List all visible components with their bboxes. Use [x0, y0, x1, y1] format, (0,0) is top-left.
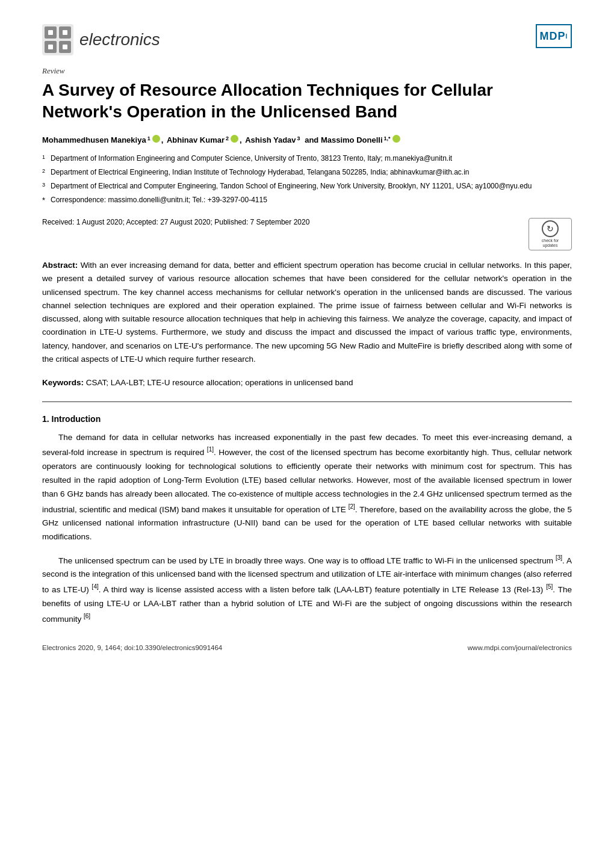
orcid-icon-1 — [152, 135, 160, 143]
check-updates-label: check forupdates — [542, 238, 559, 249]
section1-para2: The unlicensed spectrum can be used by L… — [42, 553, 572, 626]
aff-text-1: Department of Information Engineering an… — [51, 153, 572, 164]
dates-text: Received: 1 August 2020; Accepted: 27 Au… — [42, 218, 309, 226]
author2-name: Abhinav Kumar — [167, 135, 225, 144]
footer-url: www.mdpi.com/journal/electronics — [468, 644, 572, 651]
aff-num-2: 2 — [42, 167, 48, 178]
svg-rect-8 — [63, 45, 67, 49]
author1-name: Mohammedhusen Manekiya — [42, 135, 146, 144]
journal-icon — [42, 24, 73, 55]
keywords-label: Keywords: — [42, 378, 84, 387]
page-header: electronics MDPI — [42, 24, 572, 55]
orcid-icon-4 — [392, 135, 400, 143]
abstract-label: Abstract: — [42, 261, 78, 270]
author1-sup: 1 — [147, 135, 150, 141]
section1-title: 1. Introduction — [42, 414, 572, 424]
abstract-text: With an ever increasing demand for data,… — [42, 261, 572, 364]
section1-para1: The demand for data in cellular networks… — [42, 431, 572, 545]
footer-citation: Electronics 2020, 9, 1464; doi:10.3390/e… — [42, 644, 222, 651]
author3-name: Ashish Yadav — [245, 135, 296, 144]
authors-line: Mohammedhusen Manekiya 1, Abhinav Kumar … — [42, 135, 572, 144]
aff-num-1: 1 — [42, 153, 48, 164]
author4-sup: 1,* — [384, 135, 391, 141]
journal-logo: electronics — [42, 24, 160, 55]
section-divider — [42, 401, 572, 402]
author2-sup: 2 — [226, 135, 229, 141]
aff-text-2: Department of Electrical Engineering, In… — [51, 167, 572, 178]
check-badge-container: ↻ check forupdates — [529, 218, 572, 250]
dates-section: Received: 1 August 2020; Accepted: 27 Au… — [42, 218, 572, 250]
journal-name: electronics — [79, 30, 160, 49]
keywords-text: CSAT; LAA-LBT; LTE-U resource allocation… — [84, 378, 353, 387]
svg-rect-5 — [48, 30, 53, 35]
check-circle-icon: ↻ — [542, 220, 559, 237]
svg-rect-7 — [48, 45, 53, 49]
check-updates-badge: ↻ check forupdates — [529, 218, 572, 250]
affiliation-1: 1 Department of Information Engineering … — [42, 153, 572, 164]
aff-text-star: Correspondence: massimo.donelli@unitn.it… — [51, 194, 572, 207]
review-label: Review — [42, 66, 572, 76]
affiliations: 1 Department of Information Engineering … — [42, 153, 572, 207]
aff-num-3: 3 — [42, 181, 48, 192]
page-footer: Electronics 2020, 9, 1464; doi:10.3390/e… — [42, 644, 572, 651]
keywords-section: Keywords: CSAT; LAA-LBT; LTE-U resource … — [42, 377, 572, 389]
paper-title: A Survey of Resource Allocation Techniqu… — [42, 79, 572, 123]
aff-num-star: * — [42, 194, 48, 207]
author3-sup: 3 — [297, 135, 300, 141]
affiliation-2: 2 Department of Electrical Engineering, … — [42, 167, 572, 178]
aff-text-3: Department of Electrical and Computer En… — [51, 181, 572, 192]
abstract-section: Abstract: With an ever increasing demand… — [42, 259, 572, 366]
affiliation-star: * Correspondence: massimo.donelli@unitn.… — [42, 194, 572, 207]
svg-rect-6 — [63, 30, 67, 35]
author4-name: and Massimo Donelli — [305, 135, 382, 144]
mdpi-logo: MDPI — [536, 24, 572, 48]
orcid-icon-2 — [231, 135, 238, 143]
affiliation-3: 3 Department of Electrical and Computer … — [42, 181, 572, 192]
